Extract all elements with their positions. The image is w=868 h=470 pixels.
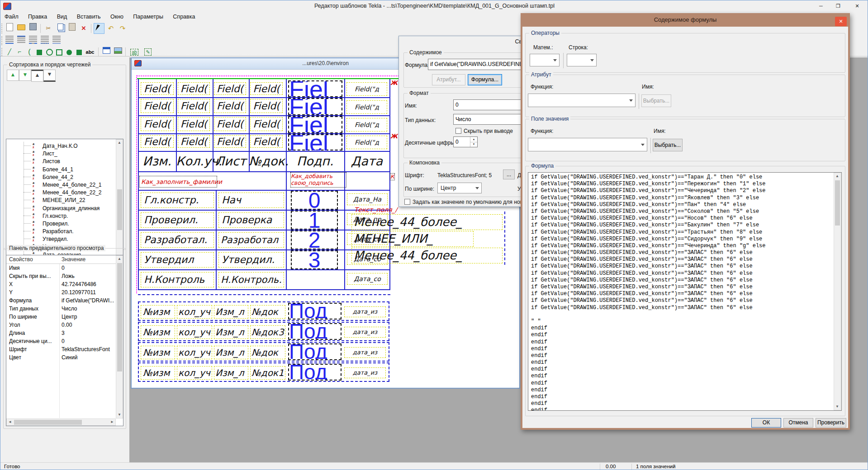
header-podp[interactable]: Подп.	[286, 151, 344, 171]
menu-window[interactable]: Окно	[106, 12, 128, 21]
field-cell[interactable]: Field(	[176, 133, 212, 150]
dialog-close-button[interactable]: ✕	[835, 17, 847, 26]
tree-item[interactable]: az Менее_44_более_22_2	[6, 188, 116, 196]
field-cell[interactable]: Field(	[212, 115, 248, 133]
open-file-button[interactable]	[16, 23, 27, 34]
formula-vscroll-thumb[interactable]	[835, 180, 840, 226]
field-cell[interactable]: Field(	[139, 80, 176, 97]
header-list[interactable]: Лист	[213, 151, 249, 171]
tree-item[interactable]: az Организация_длинная	[6, 204, 116, 212]
sig-cell[interactable]: Утвердил.	[218, 252, 284, 268]
tree-item[interactable]: az Менее_44_более_22_1	[6, 181, 116, 188]
sig-digit[interactable]: 0	[291, 191, 338, 210]
properties-hscroll-thumb[interactable]	[14, 420, 82, 425]
sig-cell[interactable]: Проверка	[218, 212, 284, 228]
signature-field-cell[interactable]: Fiel	[288, 80, 342, 97]
field-cell[interactable]: Field(	[139, 115, 176, 133]
sig-cell[interactable]: Гл.констр.	[141, 193, 214, 208]
formula-contents-dialog[interactable]: Содержимое формулы ✕ Операторы Матем.: С…	[521, 13, 850, 430]
property-row[interactable]: X 42.724476486	[6, 280, 116, 288]
verify-button[interactable]: Проверить	[816, 418, 846, 428]
property-row[interactable]: Формула if GetValue("DRAWI...	[6, 296, 116, 305]
move-up-button[interactable]: ▲	[7, 70, 19, 81]
string-operator-combo[interactable]	[567, 54, 597, 66]
tree-item[interactable]: az Проверил.	[6, 220, 116, 227]
sig-cell[interactable]: Н.Контроль	[141, 272, 214, 287]
delete-button[interactable]: ✕	[78, 23, 89, 34]
formula-button[interactable]: Формула...	[468, 74, 502, 85]
revision-strip[interactable]: №изм кол_уч Изм_л №док1 Под дата_из	[138, 362, 389, 382]
header-ndok[interactable]: №док.	[249, 151, 286, 171]
sig-cell[interactable]: Нач	[218, 193, 284, 208]
save-button[interactable]	[28, 23, 38, 34]
field-cell[interactable]: Field(	[212, 133, 248, 150]
property-row[interactable]: По ширине Центр	[6, 313, 116, 321]
field-cell[interactable]: Field(	[212, 97, 248, 115]
date-field-cell[interactable]: Field("д	[346, 82, 387, 96]
minimize-button[interactable]: ─	[812, 0, 830, 11]
menu-help[interactable]: Справка	[169, 12, 199, 21]
signature-field-cell[interactable]: Fiel	[288, 116, 342, 133]
header-izm[interactable]: Изм.	[138, 151, 176, 171]
maximize-button[interactable]: ❐	[830, 0, 847, 11]
tree-vscroll-thumb[interactable]	[117, 189, 122, 230]
field-cell[interactable]: Field(	[176, 115, 212, 133]
long-field-object[interactable]: Менее_44_более_	[351, 248, 503, 263]
field-cell[interactable]: Field(	[248, 133, 285, 150]
cut-button[interactable]: ✂	[43, 23, 54, 34]
field-cell[interactable]: Field(	[212, 80, 248, 97]
header-koluch[interactable]: Кол.уч.	[176, 151, 213, 171]
revision-strip[interactable]: №изм кол_уч Изм_л №док Под дата_из	[138, 301, 389, 321]
attr-function-combo[interactable]	[528, 94, 636, 107]
field-cell[interactable]: Field(	[248, 80, 285, 97]
paste-button[interactable]	[66, 23, 77, 34]
field-cell[interactable]: Field(	[248, 115, 285, 133]
distribute-h-button[interactable]	[51, 36, 62, 47]
properties-hscrollbar[interactable]: ◄ ►	[6, 418, 116, 426]
attr-select-button[interactable]: Выбрать...	[641, 94, 671, 107]
move-down-button[interactable]: ▼	[19, 70, 31, 81]
font-picker-button[interactable]: ...	[503, 169, 515, 179]
menu-edit[interactable]: Правка	[24, 12, 51, 21]
field-cell[interactable]: Field(	[176, 97, 212, 115]
math-operator-combo[interactable]	[530, 54, 560, 66]
sig-cell[interactable]: Н.Контроль.	[218, 272, 284, 287]
menu-view[interactable]: Вид	[53, 12, 71, 21]
long-field-object[interactable]: Менее_44_более_	[351, 214, 503, 230]
date-field-cell[interactable]: Field("д	[346, 118, 387, 132]
text-field-note[interactable]: Текст_поля_/	[354, 206, 397, 213]
menu-file[interactable]: Файл	[0, 12, 23, 21]
decimals-spinner[interactable]: 0▲▼	[453, 136, 478, 147]
properties-vscroll-thumb[interactable]	[117, 263, 122, 371]
note-fill-names[interactable]: Как_заполнить_фамилии	[140, 176, 217, 187]
menu-options[interactable]: Параметры	[129, 12, 167, 21]
sig-digit[interactable]: 3	[291, 250, 338, 269]
width-combo[interactable]: Центр	[437, 183, 482, 193]
tree-item[interactable]: az Лист_	[6, 150, 116, 157]
property-row[interactable]: Длина 3	[6, 329, 116, 337]
tree-item[interactable]: az Гл.констр.	[6, 212, 116, 220]
field-cell[interactable]: Field(	[139, 133, 176, 150]
tree-item[interactable]: az Разработал.	[6, 227, 116, 235]
redo-button[interactable]: ↷	[117, 23, 128, 34]
cancel-button[interactable]: Отмена	[783, 418, 813, 428]
formula-code-area[interactable]: if GetValue("DRAWING.USERDEFINED.ved_kon…	[528, 172, 842, 411]
field-cell[interactable]: Field(	[139, 97, 176, 115]
align-bottom-button[interactable]	[28, 36, 38, 47]
ok-button[interactable]: ОК	[751, 418, 781, 428]
property-row[interactable]: Цвет Синий	[6, 353, 116, 362]
hide-on-output-checkbox[interactable]	[455, 128, 461, 134]
vf-select-button[interactable]: Выбрать...	[653, 139, 683, 151]
revision-strip[interactable]: №изм кол_уч Изм_л №док3 Под дата_из	[138, 322, 389, 341]
menu-insert[interactable]: Вставить	[73, 12, 105, 21]
signature-field-cell[interactable]: Fiel	[288, 134, 342, 150]
set-default-checkbox[interactable]	[404, 199, 410, 205]
sig-cell[interactable]: Утвердил	[141, 252, 214, 268]
signature-field-cell[interactable]: Fiel	[288, 98, 342, 115]
select-tool-button[interactable]	[94, 23, 104, 34]
copy-button[interactable]	[55, 23, 66, 34]
tree-item[interactable]: az Более_44_2	[6, 173, 116, 181]
header-data[interactable]: Дата	[344, 151, 389, 171]
sig-date[interactable]: Дата_На	[347, 193, 388, 205]
move-top-button[interactable]: ▲	[31, 70, 43, 82]
